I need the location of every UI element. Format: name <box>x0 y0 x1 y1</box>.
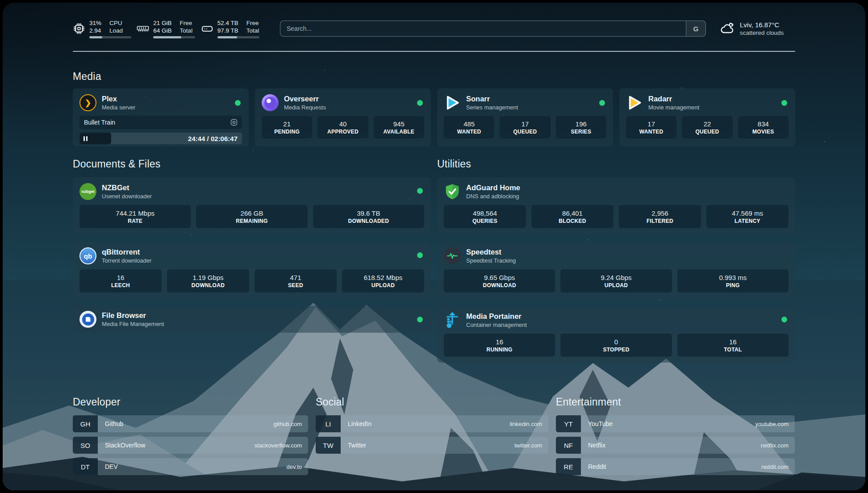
link-name: Twitter <box>348 442 366 449</box>
plex-card-header[interactable]: ❯ Plex Media server <box>79 94 242 111</box>
link-name: DEV <box>105 463 118 470</box>
status-dot <box>599 100 605 106</box>
sonarr-card-header[interactable]: Sonarr Series management <box>444 94 606 111</box>
weather-widget: Lviv, 16.87°C scattered clouds <box>719 21 795 37</box>
video-icon <box>230 119 238 126</box>
disk-widget: 52.4 TB 97.9 TB Free Total <box>201 19 265 38</box>
filebrowser-card-header[interactable]: File Browser Media File Management <box>79 311 424 328</box>
now-playing-row: Bullet Train <box>79 116 242 129</box>
stat-value: 618.52 Mbps <box>364 273 403 282</box>
playback-progress: 24:44 / 02:06:47 <box>79 133 242 144</box>
entertainment-section-heading: Entertainment <box>556 396 795 408</box>
link-dev[interactable]: DT DEV dev.to <box>73 458 308 475</box>
radarr-card-header[interactable]: Radarr Movie management <box>626 94 789 111</box>
link-name: Netflix <box>588 442 605 449</box>
memory-label-total: Total <box>180 27 193 34</box>
cpu-icon <box>73 22 85 35</box>
stat-box: 834 MOVIES <box>738 116 789 138</box>
qbittorrent-stats: 16 LEECH 1.19 Gbps DOWNLOAD 471 SEED 6 <box>79 269 424 292</box>
link-github[interactable]: GH Github github.com <box>73 415 308 432</box>
disk-progress-fill <box>217 36 237 38</box>
sonarr-card: Sonarr Series management 485 WANTED 17 Q… <box>437 88 613 146</box>
speedtest-card-header[interactable]: Speedtest Speedtest Tracking <box>444 247 789 264</box>
stat-box: 86,401 BLOCKED <box>531 205 613 228</box>
link-abbr: SO <box>73 437 98 454</box>
disk-progress <box>217 36 259 38</box>
media-cards-row: ❯ Plex Media server Bullet Train <box>73 88 795 146</box>
link-abbr: LI <box>316 415 341 432</box>
link-twitter[interactable]: TW Twitter twitter.com <box>316 437 548 454</box>
nzbget-card-header[interactable]: nzbget NZBGet Usenet downloader <box>79 183 424 200</box>
portainer-stats: 16 RUNNING 0 STOPPED 16 TOTAL <box>444 334 789 357</box>
weather-location-temp: Lviv, 16.87°C <box>740 21 784 29</box>
app-name: File Browser <box>102 311 164 320</box>
stat-value: 47.569 ms <box>732 209 763 217</box>
stat-box: 9.24 Gbps UPLOAD <box>560 269 672 292</box>
link-netflix[interactable]: NF Netflix netflix.com <box>556 437 795 454</box>
stat-box: 471 SEED <box>255 269 337 292</box>
stat-label: DOWNLOAD <box>483 282 516 288</box>
documents-column: Documents & Files nzbget NZBGet Usenet d… <box>73 158 431 370</box>
memory-total: 64 GiB <box>153 27 171 34</box>
portainer-card-header[interactable]: Media Portainer Container management <box>444 312 789 329</box>
link-name: LinkedIn <box>348 420 371 427</box>
stat-label: SERIES <box>571 129 591 135</box>
search-engine-button[interactable]: G <box>686 21 705 36</box>
stat-value: 16 <box>496 338 503 346</box>
app-name: Radarr <box>648 94 699 104</box>
link-stackoverflow[interactable]: SO StackOverflow stackoverflow.com <box>73 437 308 454</box>
link-abbr: DT <box>73 458 98 475</box>
nzbget-stats: 744.21 Mbps RATE 266 GB REMAINING 39.6 T… <box>79 205 424 228</box>
adguard-card-header[interactable]: AdGuard Home DNS and adblocking <box>444 183 789 200</box>
overseerr-card-header[interactable]: Overseerr Media Requests <box>262 94 424 111</box>
link-name: Reddit <box>588 463 606 470</box>
memory-progress-fill <box>153 36 181 38</box>
cpu-progress <box>89 36 131 38</box>
app-name: Overseerr <box>284 94 326 104</box>
link-reddit[interactable]: RE Reddit reddit.com <box>556 458 795 475</box>
qbittorrent-card-header[interactable]: qb qBittorrent Torrent downloader <box>79 247 424 264</box>
now-playing-title: Bullet Train <box>84 119 115 126</box>
stat-label: BLOCKED <box>559 218 586 224</box>
cpu-load-avg: 2.94 <box>89 27 101 34</box>
link-linkedin[interactable]: LI LinkedIn linkedin.com <box>316 415 548 432</box>
link-url: netflix.com <box>761 442 789 449</box>
stat-box: 0.993 ms PING <box>677 269 789 292</box>
app-desc: Torrent downloader <box>102 257 151 264</box>
link-youtube[interactable]: YT YouTube youtube.com <box>556 415 795 432</box>
stat-box: 22 QUEUED <box>682 116 732 138</box>
status-dot <box>417 317 423 322</box>
stat-value: 22 <box>704 120 711 128</box>
link-url: github.com <box>273 421 302 427</box>
stat-box: 2,956 FILTERED <box>619 205 701 228</box>
stat-label: UPLOAD <box>371 282 395 288</box>
app-name: Media Portainer <box>466 312 527 321</box>
developer-section: Developer GH Github github.com SO StackO… <box>73 396 308 480</box>
documents-section-heading: Documents & Files <box>73 158 431 170</box>
stat-box: 744.21 Mbps RATE <box>79 205 191 228</box>
qbittorrent-card: qb qBittorrent Torrent downloader 16 LEE… <box>73 242 431 298</box>
adguard-card: AdGuard Home DNS and adblocking 498,564 … <box>437 177 795 234</box>
memory-free: 21 GiB <box>153 19 171 27</box>
stat-label: QUEUED <box>695 129 719 135</box>
cloud-icon <box>719 21 735 37</box>
stat-box: 266 GB REMAINING <box>196 205 307 228</box>
speedtest-stats: 9.65 Gbps DOWNLOAD 9.24 Gbps UPLOAD 0.99… <box>444 269 789 292</box>
radarr-stats: 17 WANTED 22 QUEUED 834 MOVIES <box>626 116 789 138</box>
search-input[interactable] <box>280 21 686 36</box>
filebrowser-icon <box>79 311 96 328</box>
app-desc: DNS and adblocking <box>466 192 520 200</box>
stat-value: 17 <box>647 120 655 128</box>
overseerr-icon <box>262 94 279 111</box>
cpu-widget: 31% 2.94 CPU Load <box>73 19 137 38</box>
stat-label: QUERIES <box>472 218 497 224</box>
dashboard: 31% 2.94 CPU Load <box>3 3 865 490</box>
app-desc: Media server <box>102 104 135 111</box>
status-dot <box>781 317 787 322</box>
stat-label: PENDING <box>274 129 300 135</box>
entertainment-section: Entertainment YT YouTube youtube.com NF … <box>556 396 795 480</box>
stat-box: 40 APPROVED <box>317 116 368 138</box>
link-name: Github <box>105 420 123 427</box>
stat-box: 17 WANTED <box>626 116 676 138</box>
app-name: qBittorrent <box>102 247 151 257</box>
